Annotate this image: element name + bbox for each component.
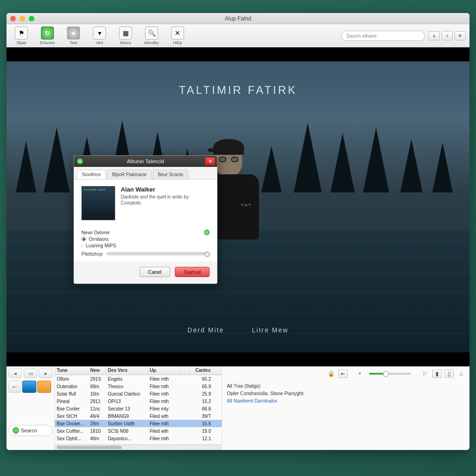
toolbar-btn-4[interactable]: ▦Miocs: [114, 26, 137, 45]
view-icon-1[interactable]: ▮: [432, 370, 442, 378]
table-row[interactable]: Sex StCH49/4BfMANG9Filed wth39/T: [55, 412, 222, 420]
dialog-body: KALEIIM CAET Alan Walker Darikiste and t…: [74, 179, 217, 261]
flag-icon: ⚑: [15, 26, 28, 40]
dialog-close-button[interactable]: ✕: [205, 157, 215, 165]
toolbar: ⚑Stpat ↻Erlunire ●Taxt ▾Vert ▦Miocs 🔍Min…: [7, 24, 469, 47]
flag-icon-2[interactable]: ⚐: [420, 370, 430, 378]
search-icon: 🔍: [145, 26, 158, 40]
lock-icon[interactable]: 🔒: [326, 370, 336, 378]
col-up[interactable]: Up.: [148, 367, 180, 375]
dialog-artist: Alan Walker: [121, 186, 210, 193]
table-row[interactable]: Pineal2911OPi13Filee mth15.2: [55, 397, 222, 405]
equalizer-icon[interactable]: ≡: [455, 31, 466, 40]
collapse-icon[interactable]: ⇤: [338, 370, 348, 378]
globe-icon: ●: [67, 26, 80, 40]
col-desvers[interactable]: Des Vers: [106, 367, 148, 375]
toolbar-btn-2[interactable]: ●Taxt: [62, 26, 85, 45]
nav-back-button[interactable]: ←: [8, 381, 21, 393]
dialog-radio-option[interactable]: Ornilaors: [81, 236, 210, 242]
dialog-list-item[interactable]: -Luaning MiPS: [81, 243, 210, 248]
table-row[interactable]: Oflom291SEngetsFilee mth65.2: [55, 375, 222, 383]
info-text: All Trse (9aligs) Opler Condraniolla. St…: [222, 381, 469, 406]
dialog-tabs: Sioofince BlpoR Flakinarar Beur Scants: [74, 167, 217, 179]
titlebar: Alup Falnd: [7, 13, 469, 24]
track-table: Tune New Des Vers Up. Canles Oflom291SEn…: [55, 367, 222, 450]
bottom-pane: ◂ ▭ ▸ ← Searcn Tune New Des Vers Up. Can…: [7, 366, 469, 450]
sort-icon: ▾: [93, 26, 106, 40]
table-row[interactable]: Bse Onoter...28mSurtbin UstthFilee mth15…: [55, 420, 222, 427]
col-canles[interactable]: Canles: [190, 367, 213, 375]
home-icon[interactable]: ⌂: [456, 370, 466, 378]
table-header: Tune New Des Vers Up. Canles: [55, 367, 222, 375]
window-title: Alup Falnd: [7, 15, 469, 22]
page-icon[interactable]: ▭: [24, 369, 37, 378]
table-row[interactable]: Sular ffull10mGuezal CtartionFilee mth25…: [55, 390, 222, 397]
album-dialog: Albunin Talencid ✕ Sioofince BlpoR Flaki…: [73, 155, 218, 284]
right-tools: 🔒 ⇤ • ⚐ ▮ ▯ ⌂: [222, 367, 469, 381]
table-row[interactable]: Sex Ophtl...48mDayantco...Filee mth12.1: [55, 435, 222, 442]
radio-icon: [81, 237, 86, 241]
clear-icon: ✕: [171, 26, 184, 40]
forward-icon[interactable]: ▸: [39, 369, 53, 378]
col-new[interactable]: New: [88, 367, 106, 375]
col-tune[interactable]: Tune: [55, 367, 88, 375]
dialog-thumbnail: KALEIIM CAET: [81, 186, 115, 220]
dialog-description: Darikiste and the quet in arido by Compl…: [121, 194, 210, 206]
info-link[interactable]: 68 Naxtirent Darolnalor.: [227, 397, 465, 405]
dialog-tab-1[interactable]: BlpoR Flakinarar: [107, 170, 152, 179]
view-icon-2[interactable]: ▯: [444, 370, 454, 378]
dialog-tab-0[interactable]: Sioofince: [77, 170, 106, 179]
bottom-sidebar: ◂ ▭ ▸ ← Searcn: [7, 367, 55, 450]
grid-icon: ▦: [119, 26, 132, 40]
toolbar-btn-5[interactable]: 🔍Minotky: [140, 26, 163, 45]
table-row[interactable]: Bse Conler11ncSecster 13Filee mty66.6: [55, 405, 222, 412]
table-body: Oflom291SEngetsFilee mth65.2Outeratior68…: [55, 375, 222, 444]
slider-red-icon: •: [355, 370, 364, 378]
horizontal-scrollbar[interactable]: [55, 444, 222, 450]
disk-icon[interactable]: [22, 381, 36, 393]
toolbar-btn-1[interactable]: ↻Erlunire: [36, 26, 59, 45]
table-row[interactable]: Outeratior68mTheocoFilee mth65.9: [55, 383, 222, 390]
search-input[interactable]: Saoch elbare.: [341, 31, 425, 41]
right-pane: 🔒 ⇤ • ⚐ ▮ ▯ ⌂ All Trse (9aligs) Opler Co…: [222, 367, 469, 450]
toolbar-btn-3[interactable]: ▾Vert: [88, 26, 111, 45]
volume-slider[interactable]: [369, 373, 411, 375]
folder-icon[interactable]: [37, 381, 51, 393]
toolbar-btn-6[interactable]: ✕HiEp: [166, 26, 189, 45]
cancel-button[interactable]: Canel: [139, 267, 171, 277]
volume-icon[interactable]: ♪: [442, 31, 453, 40]
table-row[interactable]: Sex Cotfter...1810SCS| N08Filed wth19.0: [55, 427, 222, 435]
status-dot-icon: [204, 230, 210, 235]
dialog-tab-2[interactable]: Beur Scants: [153, 170, 188, 179]
dialog-titlebar: Albunin Talencid ✕: [74, 156, 217, 167]
toolbar-btn-0[interactable]: ⚑Stpat: [10, 26, 33, 45]
sidebar-search-button[interactable]: Searcn: [8, 425, 53, 436]
col-flag[interactable]: [180, 367, 190, 375]
dialog-slider[interactable]: [106, 252, 210, 255]
mic-icon[interactable]: ⏚: [429, 31, 440, 40]
slider-label: Pitetishop: [81, 251, 103, 257]
artwork-subtitle: Derd Mite Litre Mew: [7, 326, 469, 334]
refresh-icon: ↻: [41, 26, 54, 40]
dialog-option-heading: Newr Delvrer: [81, 230, 210, 235]
artwork-title: TALTIMIR FATIRK: [7, 84, 469, 97]
submit-button[interactable]: Siartusl: [175, 267, 210, 277]
back-icon[interactable]: ◂: [8, 369, 22, 378]
